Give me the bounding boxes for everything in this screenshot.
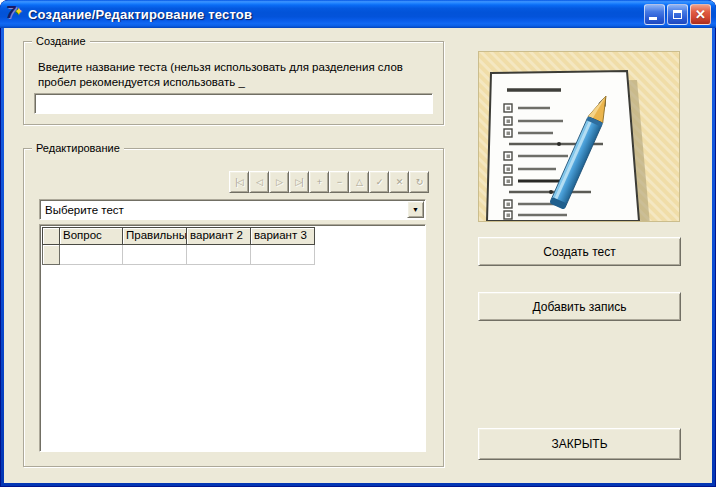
nav-prior-button[interactable]: ◁ bbox=[249, 171, 269, 193]
window-title: Создание/Редактирование тестов bbox=[28, 7, 644, 22]
nav-post-icon: ✓ bbox=[376, 178, 383, 187]
nav-last-icon: ▷| bbox=[295, 178, 302, 187]
combobox-dropdown-button[interactable]: ▼ bbox=[407, 201, 424, 218]
close-icon: ✕ bbox=[695, 8, 706, 21]
nav-post-button[interactable]: ✓ bbox=[369, 171, 389, 193]
grid-header-row: Вопрос Правильный вариант 2 вариант 3 bbox=[42, 227, 425, 245]
nav-cancel-button[interactable]: ✕ bbox=[389, 171, 409, 193]
grid-column-header: Вопрос bbox=[60, 227, 123, 245]
nav-insert-icon: + bbox=[317, 178, 321, 187]
questions-grid[interactable]: Вопрос Правильный вариант 2 вариант 3 bbox=[39, 224, 426, 452]
grid-indicator-header bbox=[42, 227, 60, 245]
nav-edit-icon: △ bbox=[356, 178, 362, 187]
creation-groupbox: Создание Введите название теста (нельзя … bbox=[23, 41, 444, 125]
minimize-icon bbox=[649, 17, 657, 20]
grid-cell[interactable] bbox=[123, 245, 187, 265]
grid-cell[interactable] bbox=[60, 245, 123, 265]
create-test-button[interactable]: Создать тест bbox=[478, 237, 681, 266]
delphi-app-icon: 7 ✦ bbox=[6, 5, 24, 23]
nav-first-button[interactable]: |◁ bbox=[229, 171, 249, 193]
app-icon-spark: ✦ bbox=[14, 5, 23, 18]
db-navigator: |◁ ◁ ▷ ▷| + − △ ✓ ✕ ↻ bbox=[229, 171, 429, 193]
chevron-down-icon: ▼ bbox=[412, 206, 419, 213]
nav-insert-button[interactable]: + bbox=[309, 171, 329, 193]
nav-cancel-icon: ✕ bbox=[396, 178, 403, 187]
grid-column-header: вариант 3 bbox=[251, 227, 315, 245]
editing-caption: Редактирование bbox=[32, 141, 124, 155]
maximize-icon bbox=[673, 10, 682, 19]
grid-column-header: Правильный bbox=[123, 227, 187, 245]
close-dialog-button[interactable]: ЗАКРЫТЬ bbox=[478, 428, 681, 460]
creation-caption: Создание bbox=[32, 34, 90, 48]
nav-prior-icon: ◁ bbox=[256, 178, 262, 187]
close-button[interactable]: ✕ bbox=[690, 4, 711, 25]
table-row[interactable] bbox=[42, 245, 425, 265]
titlebar[interactable]: 7 ✦ Создание/Редактирование тестов ✕ bbox=[0, 0, 716, 28]
nav-delete-button[interactable]: − bbox=[329, 171, 349, 193]
nav-first-icon: |◁ bbox=[235, 178, 242, 187]
nav-refresh-button[interactable]: ↻ bbox=[409, 171, 429, 193]
maximize-button[interactable] bbox=[667, 4, 688, 25]
minimize-button[interactable] bbox=[644, 4, 665, 25]
grid-row-indicator bbox=[42, 245, 60, 265]
nav-delete-icon: − bbox=[337, 178, 341, 187]
client-area: Создание Введите название теста (нельзя … bbox=[4, 28, 712, 483]
nav-next-button[interactable]: ▷ bbox=[269, 171, 289, 193]
nav-refresh-icon: ↻ bbox=[416, 178, 423, 187]
test-select-combobox[interactable]: Выберите тест ▼ bbox=[39, 199, 426, 220]
editing-groupbox: Редактирование |◁ ◁ ▷ ▷| + − △ ✓ ✕ ↻ Выб… bbox=[23, 148, 444, 467]
nav-next-icon: ▷ bbox=[276, 178, 282, 187]
test-name-input[interactable] bbox=[34, 93, 433, 114]
test-name-instruction: Введите название теста (нельзя использов… bbox=[38, 60, 436, 90]
grid-column-header: вариант 2 bbox=[187, 227, 251, 245]
grid-cell[interactable] bbox=[187, 245, 251, 265]
dialog-window: 7 ✦ Создание/Редактирование тестов ✕ Соз… bbox=[0, 0, 716, 487]
add-record-button[interactable]: Добавить запись bbox=[478, 292, 681, 321]
nav-last-button[interactable]: ▷| bbox=[289, 171, 309, 193]
test-select-value: Выберите тест bbox=[40, 204, 407, 216]
grid-cell[interactable] bbox=[251, 245, 315, 265]
nav-edit-button[interactable]: △ bbox=[349, 171, 369, 193]
checklist-image bbox=[478, 51, 680, 222]
